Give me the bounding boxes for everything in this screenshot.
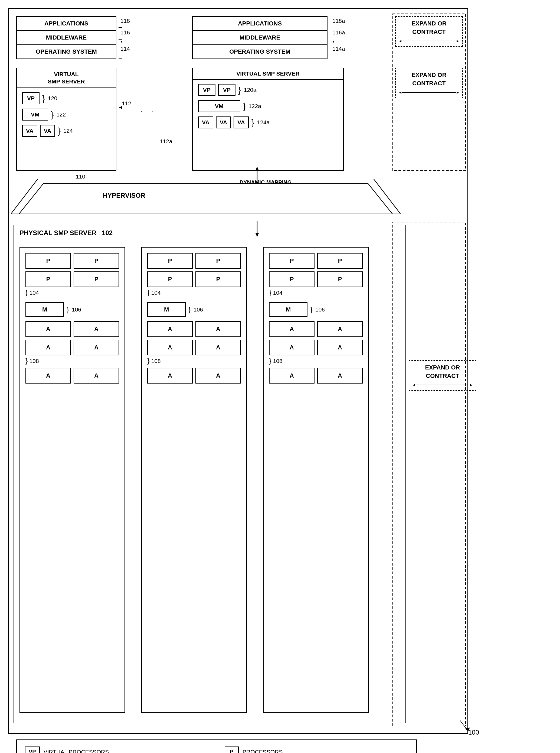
a-grid-3a: A A A A — [269, 321, 363, 355]
m-row-2: M } 106 — [147, 302, 241, 317]
a-box-2-1: A — [147, 321, 193, 337]
vp-row-right: VP VP } 120a — [193, 80, 343, 98]
label-124a: 124a — [257, 119, 270, 126]
arrow-100 — [457, 718, 479, 734]
vm-box-left: VM — [22, 109, 48, 120]
svg-marker-4 — [19, 184, 393, 214]
label-112: 112 — [122, 100, 131, 107]
p-box-1-3: P — [25, 271, 71, 287]
vm-box-right: VM — [198, 100, 240, 112]
p-box-3-4: P — [317, 271, 363, 287]
a-grid-2b: A A — [147, 368, 241, 384]
a-bracket-3: } 108 — [269, 357, 363, 365]
p-box-3-2: P — [317, 253, 363, 269]
p-box-2-2: P — [195, 253, 241, 269]
a-box-3-3: A — [269, 340, 315, 355]
label-106-1: 106 — [72, 306, 81, 313]
p-grid-2: P P P P — [147, 253, 241, 287]
legend-p-text: PROCESSORS — [242, 749, 283, 753]
a-box-2-3: A — [147, 340, 193, 355]
a-box-1-5: A — [25, 368, 71, 384]
a-grid-3b: A A — [269, 368, 363, 384]
a-box-1-3: A — [25, 340, 71, 355]
a-box-1-4: A — [74, 340, 119, 355]
p-box-1-1: P — [25, 253, 71, 269]
hypervisor-trapezoid — [11, 179, 401, 214]
a-box-3-2: A — [317, 321, 363, 337]
a-box-3-1: A — [269, 321, 315, 337]
p-box-2-3: P — [147, 271, 193, 287]
label-108-3: 108 — [273, 358, 283, 364]
a-box-1-1: A — [25, 321, 71, 337]
label-122: 122 — [56, 111, 66, 118]
phys-group-2: P P P P } 104 M } 106 A A A A } — [141, 247, 247, 713]
p-grid-3: P P P P — [269, 253, 363, 287]
p-bracket-2: } 104 — [147, 288, 241, 297]
m-box-1: M — [25, 302, 64, 317]
va1-box-right: VA — [198, 116, 213, 129]
label-106-2: 106 — [194, 306, 203, 313]
label-lines-left — [16, 16, 123, 65]
a-box-3-5: A — [269, 368, 315, 384]
label-dot-right: • — [333, 38, 334, 45]
label-102: 102 — [102, 229, 113, 237]
a-bracket-1: } 108 — [25, 357, 119, 365]
legend-vp-text: VIRTUAL PROCESSORS — [44, 749, 109, 753]
hypervisor-label: HYPERVISOR — [103, 192, 145, 199]
label-124: 124 — [63, 128, 73, 134]
a-bracket-2: } 108 — [147, 357, 241, 365]
legend-p: P PROCESSORS — [225, 747, 408, 753]
p-bracket-3: } 104 — [269, 288, 363, 297]
label-108-1: 108 — [29, 358, 39, 364]
a-grid-2a: A A A A — [147, 321, 241, 355]
vm-row-right: VM } 122a — [193, 98, 343, 114]
expand-contract-arrow-mid: ◄ ► — [398, 90, 460, 95]
label-120a: 120a — [244, 87, 257, 93]
m-box-3: M — [269, 302, 307, 317]
va3-box-right: VA — [234, 116, 249, 129]
expand-contract-mid: EXPAND OR CONTRACT ◄ ► — [395, 68, 463, 98]
vsmp-left: VIRTUALSMP SERVER VP } 120 VM } 122 VA V… — [16, 68, 116, 171]
label-112a: 112a — [160, 138, 173, 144]
app-row-right: APPLICATIONS — [192, 16, 327, 31]
expand-contract-arrow-bot: ◄ ► — [412, 383, 473, 388]
va2-box-left: VA — [40, 125, 55, 137]
a-box-3-4: A — [317, 340, 363, 355]
legend-p-box: P — [225, 747, 239, 753]
va-row-right: VA VA VA } 124a — [193, 114, 343, 131]
vsmp-right: VIRTUAL SMP SERVER VP VP } 120a VM } 122… — [192, 68, 344, 171]
vp2-box-right: VP — [218, 84, 236, 96]
a-box-2-4: A — [195, 340, 241, 355]
vsmp-right-title: VIRTUAL SMP SERVER — [193, 68, 343, 80]
va-row-left: VA VA } 124 — [17, 123, 116, 139]
p-bracket-1: } 104 — [25, 288, 119, 297]
label-118a: 118a — [333, 18, 345, 24]
label-114a: 114a — [333, 45, 345, 52]
p-box-1-2: P — [74, 253, 119, 269]
label-120: 120 — [48, 95, 57, 101]
a-box-2-6: A — [195, 368, 241, 384]
a-box-1-2: A — [74, 321, 119, 337]
vsmp-left-title: VIRTUALSMP SERVER — [17, 68, 116, 88]
middleware-row-right: MIDDLEWARE — [192, 31, 327, 45]
p-box-1-4: P — [74, 271, 119, 287]
phys-group-3: P P P P } 104 M } 106 A A A A } — [263, 247, 368, 713]
physical-title: PHYSICAL SMP SERVER — [19, 229, 96, 237]
physical-section: PHYSICAL SMP SERVER 102 P P P P } 104 M … — [14, 225, 406, 723]
m-box-2: M — [147, 302, 186, 317]
m-row-3: M } 106 — [269, 302, 363, 317]
diagram-container: APPLICATIONS MIDDLEWARE OPERATING SYSTEM… — [8, 8, 544, 745]
expand-contract-bot: EXPAND OR CONTRACT ◄ ► — [409, 360, 476, 391]
expand-contract-arrow-top: ◄ ► — [398, 38, 460, 44]
legend-vp: VP VIRTUAL PROCESSORS — [25, 747, 208, 753]
label-116a: 116a — [333, 29, 345, 36]
dots-middle: · · — [141, 107, 157, 115]
p-box-2-4: P — [195, 271, 241, 287]
app-box-right: APPLICATIONS MIDDLEWARE OPERATING SYSTEM — [192, 16, 327, 59]
expand-contract-top: EXPAND OR CONTRACT ◄ ► — [395, 16, 463, 47]
vm-row-left: VM } 122 — [17, 107, 116, 123]
label-104-3: 104 — [273, 290, 283, 296]
legend-section: VP VIRTUAL PROCESSORS P PROCESSORS VM VI… — [16, 739, 417, 753]
label-108-2: 108 — [151, 358, 161, 364]
label-106-3: 106 — [315, 306, 325, 313]
